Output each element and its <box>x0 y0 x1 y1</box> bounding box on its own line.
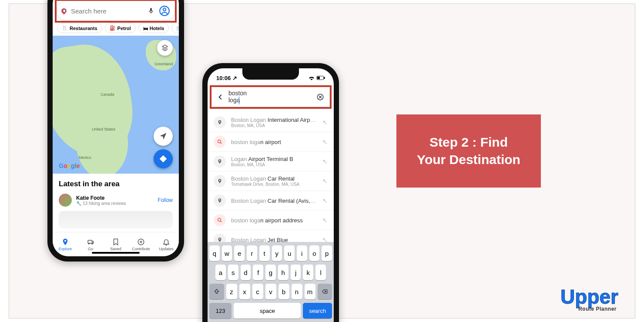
key-l[interactable]: l <box>315 265 326 280</box>
kb-row-3: zxcvbnm <box>209 284 332 299</box>
result-sub: Boston, MA, USA <box>231 123 317 128</box>
locate-button[interactable] <box>154 127 173 146</box>
key-u[interactable]: u <box>284 245 295 261</box>
directions-button[interactable] <box>154 149 173 168</box>
key-e[interactable]: e <box>234 245 245 261</box>
key-i[interactable]: i <box>297 245 307 261</box>
phone-right: 10:06 ↗ boston loga Boston Logan Interna… <box>202 63 339 322</box>
key-w[interactable]: w <box>222 245 232 261</box>
logo-word: Upper <box>560 287 618 307</box>
mic-icon[interactable] <box>148 7 154 14</box>
category-chips: 🍴 Restaurants ⛽ Petrol 🛏 Hotels 🛒 Gro… <box>53 23 179 36</box>
search-input[interactable]: boston loga <box>228 90 259 104</box>
result-item[interactable]: Boston Logan Car RentalTomahawk Drive, B… <box>208 171 334 191</box>
profile-icon[interactable] <box>159 5 170 17</box>
key-s[interactable]: s <box>228 265 238 280</box>
insert-icon[interactable]: ↖ <box>322 236 328 242</box>
search-bar[interactable]: boston loga <box>212 87 329 107</box>
key-n[interactable]: n <box>292 284 302 299</box>
key-g[interactable]: g <box>265 265 276 280</box>
map-view[interactable]: Greenland Canada United States Mexico At… <box>53 36 179 174</box>
key-y[interactable]: y <box>272 245 282 261</box>
search-placeholder: Search here <box>71 7 143 15</box>
pin-icon <box>214 195 226 207</box>
insert-icon[interactable]: ↖ <box>322 178 328 184</box>
user-row[interactable]: Katie Foote 🔧 13 hiking area reviews Fol… <box>59 194 173 207</box>
follow-button[interactable]: Follow <box>158 197 173 203</box>
step-line-1: Step 2 : Find <box>429 135 508 149</box>
user-sub: 🔧 13 hiking area reviews <box>76 201 153 206</box>
key-f[interactable]: f <box>253 265 263 280</box>
key-q[interactable]: q <box>209 245 220 261</box>
backspace-key[interactable] <box>318 284 332 299</box>
result-item[interactable]: Boston Logan Jet Blue↖ <box>208 230 334 242</box>
result-item[interactable]: boston logan airport↖ <box>208 132 334 152</box>
maps-pin-icon <box>60 7 68 15</box>
nav-explore[interactable]: Explore <box>53 232 78 256</box>
content-card[interactable] <box>59 211 173 228</box>
key-t[interactable]: t <box>259 245 270 261</box>
back-icon[interactable] <box>217 94 224 101</box>
search-bar[interactable]: Search here <box>57 1 174 20</box>
space-key[interactable]: space <box>234 303 301 319</box>
nav-updates[interactable]: Updates <box>154 232 179 256</box>
key-c[interactable]: c <box>252 284 263 299</box>
chip-hotels[interactable]: 🛏 Hotels <box>138 23 169 33</box>
svg-rect-8 <box>318 77 320 79</box>
phone-left: Search here 🍴 Restaurants ⛽ Petrol 🛏 Hot… <box>47 0 184 262</box>
key-o[interactable]: o <box>309 245 320 261</box>
search-key[interactable]: search <box>303 303 332 319</box>
chip-restaurants[interactable]: 🍴 Restaurants <box>57 23 102 33</box>
sheet-heading: Latest in the area <box>59 180 173 188</box>
shift-key[interactable] <box>209 284 224 299</box>
step-line-2: Your Destination <box>417 152 520 167</box>
result-item[interactable]: boston logan airport address↖ <box>208 211 334 230</box>
result-item[interactable]: Boston Logan International Airport…Bosto… <box>208 113 334 132</box>
key-r[interactable]: r <box>247 245 257 261</box>
insert-icon[interactable]: ↖ <box>322 158 328 165</box>
map-label: Greenland <box>154 62 173 66</box>
key-x[interactable]: x <box>239 284 250 299</box>
key-d[interactable]: d <box>241 265 251 280</box>
numbers-key[interactable]: 123 <box>209 303 231 319</box>
result-item[interactable]: Boston Logan Car Rental (Avis, Bu…↖ <box>208 191 334 211</box>
map-label: Mexico <box>79 155 91 160</box>
result-title: boston logan airport address <box>231 217 317 224</box>
keyboard: qwertyuiop asdfghjkl zxcvbnm 123 space s… <box>208 242 334 322</box>
search-icon <box>214 214 226 226</box>
key-p[interactable]: p <box>322 245 332 261</box>
insert-icon[interactable]: ↖ <box>322 138 328 145</box>
search-results: Boston Logan International Airport…Bosto… <box>208 107 334 242</box>
pin-icon <box>214 175 226 187</box>
user-name: Katie Foote <box>76 195 104 201</box>
clear-icon[interactable] <box>316 93 324 101</box>
svg-point-11 <box>218 218 221 221</box>
logo-tag: Route Planner <box>578 306 617 312</box>
insert-icon[interactable]: ↖ <box>322 119 328 126</box>
highlight-box <box>210 85 332 109</box>
result-title: Logan Airport Terminal B <box>231 156 317 162</box>
key-b[interactable]: b <box>278 284 289 299</box>
key-m[interactable]: m <box>305 284 315 299</box>
key-v[interactable]: v <box>265 284 276 299</box>
chip-grocery[interactable]: 🛒 Gro… <box>171 23 179 33</box>
result-sub: Boston, MA, USA <box>231 162 317 167</box>
key-z[interactable]: z <box>226 284 237 299</box>
result-title: Boston Logan International Airport… <box>231 117 317 123</box>
layers-button[interactable] <box>157 40 173 56</box>
insert-icon[interactable]: ↖ <box>322 197 328 204</box>
pin-icon <box>214 116 226 128</box>
search-icon <box>214 136 226 148</box>
key-k[interactable]: k <box>303 265 313 280</box>
key-a[interactable]: a <box>215 265 226 280</box>
result-item[interactable]: Logan Airport Terminal BBoston, MA, USA↖ <box>208 152 334 171</box>
key-h[interactable]: h <box>278 265 288 280</box>
pin-icon <box>214 155 226 168</box>
bottom-sheet: Latest in the area Katie Foote 🔧 13 hiki… <box>53 174 179 232</box>
step-card: Step 2 : FindYour Destination <box>396 114 541 188</box>
key-j[interactable]: j <box>291 265 301 280</box>
result-title: Boston Logan Jet Blue <box>231 237 317 242</box>
insert-icon[interactable]: ↖ <box>322 217 328 224</box>
chip-petrol[interactable]: ⛽ Petrol <box>105 23 136 33</box>
kb-row-1: qwertyuiop <box>209 245 332 261</box>
